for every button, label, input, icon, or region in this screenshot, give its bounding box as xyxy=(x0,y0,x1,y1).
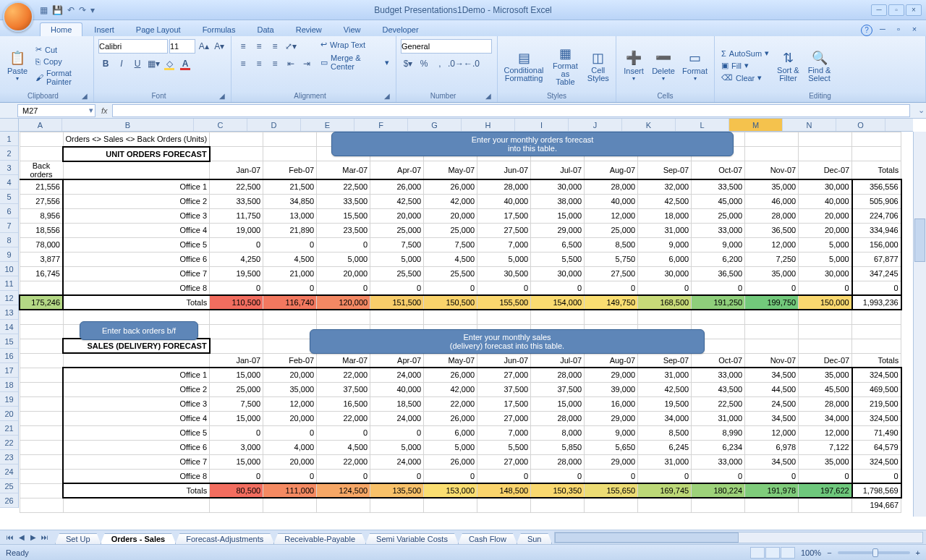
close-button[interactable]: × xyxy=(906,4,922,16)
table-cell[interactable]: 25,500 xyxy=(370,266,424,281)
table-cell[interactable]: 36,500 xyxy=(692,266,745,281)
percent-icon[interactable]: % xyxy=(417,56,431,71)
table-cell[interactable]: Apr-07 xyxy=(370,353,424,368)
table-cell[interactable]: 19,500 xyxy=(210,266,263,281)
table-cell[interactable]: 5,650 xyxy=(585,440,638,454)
table-cell[interactable]: Office 2 xyxy=(63,382,210,396)
fill-button[interactable]: ▣Fill▾ xyxy=(719,60,771,71)
table-cell[interactable]: 71,490 xyxy=(852,425,901,440)
cell-styles-button[interactable]: ◫ Cell Styles xyxy=(585,39,611,92)
zoom-out-icon[interactable]: − xyxy=(827,548,831,557)
row-header-2[interactable]: 2 xyxy=(0,146,18,161)
table-cell[interactable]: 0 xyxy=(852,281,901,295)
table-cell[interactable]: 0 xyxy=(210,237,263,252)
table-cell[interactable]: 324,500 xyxy=(852,368,901,382)
minimize-button[interactable]: ─ xyxy=(871,4,887,16)
table-cell[interactable]: 34,850 xyxy=(263,194,317,208)
table-cell[interactable]: 0 xyxy=(317,281,370,295)
row-header-5[interactable]: 5 xyxy=(0,190,18,204)
table-cell[interactable]: 17,500 xyxy=(477,396,531,411)
hscroll-thumb[interactable] xyxy=(555,533,739,543)
table-cell[interactable] xyxy=(692,310,745,324)
col-header-J[interactable]: J xyxy=(569,119,622,131)
table-cell[interactable]: Office 8 xyxy=(63,281,210,295)
table-cell[interactable]: 0 xyxy=(263,469,317,483)
table-cell[interactable]: 8,500 xyxy=(585,237,638,252)
table-cell[interactable]: 0 xyxy=(531,281,585,295)
formula-expand-icon[interactable]: ⌄ xyxy=(918,106,925,115)
table-cell[interactable]: Jan-07 xyxy=(210,161,263,180)
table-cell[interactable]: 111,000 xyxy=(263,483,317,498)
table-cell[interactable]: Mar-07 xyxy=(317,353,370,368)
table-cell[interactable]: UNIT ORDERS FORECAST xyxy=(63,147,210,161)
table-cell[interactable] xyxy=(692,498,745,512)
table-cell[interactable]: 20,000 xyxy=(370,208,424,223)
col-header-O[interactable]: O xyxy=(836,119,885,131)
help-icon[interactable]: ? xyxy=(861,25,872,36)
table-cell[interactable]: 24,000 xyxy=(370,368,424,382)
table-cell[interactable] xyxy=(20,324,63,339)
table-cell[interactable]: 135,500 xyxy=(370,483,424,498)
table-cell[interactable] xyxy=(210,310,263,324)
table-cell[interactable]: 36,500 xyxy=(745,223,799,237)
table-cell[interactable]: 29,000 xyxy=(585,411,638,425)
table-cell[interactable]: 0 xyxy=(531,469,585,483)
table-cell[interactable]: Office 2 xyxy=(63,194,210,208)
table-cell[interactable] xyxy=(852,310,901,324)
table-cell[interactable]: 1,993,236 xyxy=(852,295,901,310)
table-cell[interactable]: 28,000 xyxy=(531,411,585,425)
table-cell[interactable]: 22,000 xyxy=(317,454,370,469)
table-cell[interactable]: 0 xyxy=(638,281,692,295)
table-cell[interactable]: 168,500 xyxy=(638,295,692,310)
table-cell[interactable]: 8,000 xyxy=(531,425,585,440)
table-cell[interactable]: 26,000 xyxy=(370,179,424,194)
table-cell[interactable]: 27,000 xyxy=(477,368,531,382)
table-cell[interactable]: 22,500 xyxy=(210,179,263,194)
table-cell[interactable]: 20,000 xyxy=(799,208,852,223)
table-cell[interactable] xyxy=(20,368,63,382)
table-cell[interactable] xyxy=(799,324,852,339)
table-cell[interactable]: 180,224 xyxy=(692,483,745,498)
table-cell[interactable] xyxy=(20,483,63,498)
table-cell[interactable] xyxy=(745,324,799,339)
table-cell[interactable]: 5,000 xyxy=(477,252,531,266)
table-cell[interactable]: 191,250 xyxy=(692,295,745,310)
dec-decimal-icon[interactable]: ←.0 xyxy=(464,56,479,71)
table-cell[interactable]: 5,000 xyxy=(799,252,852,266)
bold-icon[interactable]: B xyxy=(98,56,113,71)
table-cell[interactable]: Office 1 xyxy=(63,368,210,382)
table-cell[interactable] xyxy=(210,147,263,161)
table-cell[interactable]: 154,000 xyxy=(531,295,585,310)
table-cell[interactable]: 0 xyxy=(210,425,263,440)
table-cell[interactable]: 5,000 xyxy=(317,252,370,266)
table-cell[interactable] xyxy=(852,132,901,147)
ribbon-tab-home[interactable]: Home xyxy=(40,22,82,36)
table-cell[interactable]: 45,500 xyxy=(799,382,852,396)
table-cell[interactable]: Nov-07 xyxy=(745,161,799,180)
font-color-icon[interactable]: A xyxy=(178,56,192,71)
table-cell[interactable] xyxy=(20,440,63,454)
table-cell[interactable]: 9,000 xyxy=(692,237,745,252)
table-cell[interactable]: 0 xyxy=(263,425,317,440)
table-cell[interactable]: 46,000 xyxy=(745,194,799,208)
ribbon-tab-view[interactable]: View xyxy=(334,23,371,36)
table-cell[interactable] xyxy=(745,310,799,324)
table-cell[interactable]: 22,000 xyxy=(317,368,370,382)
restore-inner[interactable]: ▫ xyxy=(893,25,904,36)
table-cell[interactable]: 22,000 xyxy=(424,396,477,411)
table-cell[interactable]: 6,500 xyxy=(531,237,585,252)
table-cell[interactable]: 0 xyxy=(799,281,852,295)
table-cell[interactable]: Feb-07 xyxy=(263,353,317,368)
table-cell[interactable]: 22,500 xyxy=(317,179,370,194)
table-cell[interactable]: Sep-07 xyxy=(638,353,692,368)
table-cell[interactable]: 34,000 xyxy=(638,411,692,425)
indent-inc-icon[interactable]: ⇥ xyxy=(300,56,314,71)
view-layout-icon[interactable] xyxy=(765,547,780,559)
table-cell[interactable] xyxy=(263,132,317,147)
table-cell[interactable]: 0 xyxy=(263,281,317,295)
row-header-4[interactable]: 4 xyxy=(0,175,18,190)
table-cell[interactable]: 194,667 xyxy=(852,498,901,512)
table-cell[interactable]: 33,000 xyxy=(692,454,745,469)
table-cell[interactable]: 45,000 xyxy=(692,194,745,208)
row-header-21[interactable]: 21 xyxy=(0,421,18,436)
